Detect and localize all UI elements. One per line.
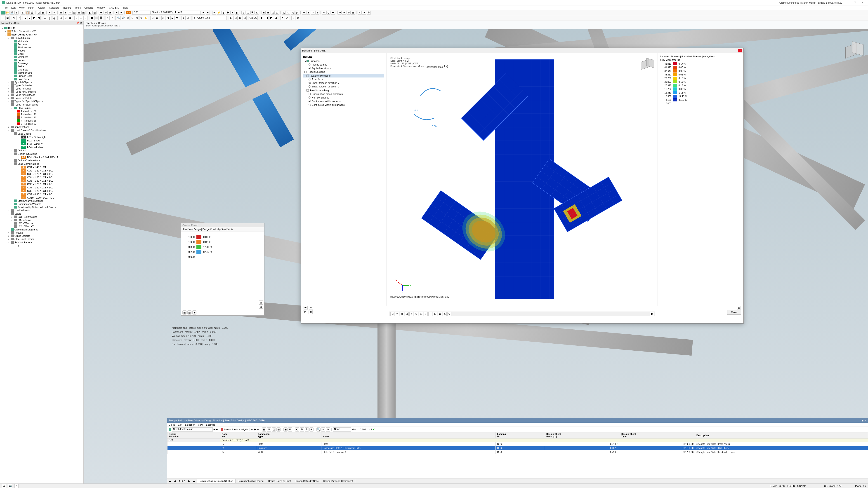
tbh1[interactable]: ⌖ xyxy=(358,11,362,15)
tree-item[interactable]: ›LC3 - Wind -Y xyxy=(1,222,83,225)
tn5[interactable]: ⌫ xyxy=(249,16,253,20)
tn11[interactable]: ✖ xyxy=(280,16,284,20)
tb9[interactable]: ⊕ xyxy=(99,11,103,15)
tree-item[interactable]: WLC4 - Wind +Y xyxy=(1,145,83,149)
opt-fastener[interactable]: Fastener Members xyxy=(310,74,331,77)
minimize-button[interactable]: ─ xyxy=(844,1,851,5)
redo-button[interactable]: ↷ xyxy=(52,11,56,15)
tree-item[interactable]: Materials xyxy=(1,39,83,43)
opt-const[interactable]: Constant on mesh elements xyxy=(312,93,343,95)
tbb1[interactable]: ⟐ xyxy=(241,11,246,15)
dv13[interactable]: ⚙ xyxy=(447,312,452,316)
print-button[interactable]: 🖶 xyxy=(30,11,34,15)
tba6[interactable]: ◐ xyxy=(235,11,239,15)
lp-nav-play[interactable]: ▶ xyxy=(254,428,256,431)
tl13[interactable]: ⊟ xyxy=(63,16,67,20)
menu-window[interactable]: Window xyxy=(95,6,107,9)
dv7[interactable]: ◈ xyxy=(419,312,423,316)
menu-tools[interactable]: Tools xyxy=(73,6,83,9)
tree-item[interactable]: 5CO10 - 0.90 * LC1 + L... xyxy=(1,196,83,199)
opt-contws[interactable]: Continuous within surfaces xyxy=(312,100,341,103)
tl19[interactable]: ⬜ xyxy=(94,16,98,20)
tree-item[interactable]: Surface Sets xyxy=(1,74,83,77)
tree-item[interactable]: 5CO9 - 0.90 * LC1 + LC... xyxy=(1,193,83,196)
tb-nav-next[interactable]: ▶ xyxy=(206,11,210,15)
tree-item[interactable]: 2CO2 - 1.20 * LC1 + LC... xyxy=(1,169,83,172)
tree-item[interactable]: Member Sets xyxy=(1,71,83,74)
dv12[interactable]: 🖶 xyxy=(442,312,447,316)
lp-nav-first2[interactable]: ⏮ xyxy=(167,480,173,483)
tree-item[interactable]: Relationship Between Load Cases xyxy=(1,205,83,209)
dialog-3d-view[interactable]: Steel Joint Design Steel Joint No. 2 Nod… xyxy=(387,53,657,306)
tb5[interactable]: ▤ xyxy=(77,11,81,15)
tree-item[interactable]: Nodes xyxy=(1,49,83,52)
ds-select[interactable]: DS1 xyxy=(132,11,151,15)
tl14[interactable]: ⊠ xyxy=(68,16,72,20)
tbf3[interactable]: ◆ xyxy=(331,11,335,15)
menu-assign[interactable]: Assign xyxy=(36,6,47,9)
tn1[interactable]: ⊞ xyxy=(229,16,233,20)
tb6[interactable]: ▦ xyxy=(81,11,86,15)
tb7[interactable]: ◧ xyxy=(88,11,92,15)
save-button[interactable]: 💾 xyxy=(10,11,14,15)
menu-cad-bim[interactable]: CAD-BIM xyxy=(107,6,121,9)
tbc2[interactable]: ⊟ xyxy=(266,11,270,15)
dv1[interactable]: ⊟ xyxy=(391,312,395,316)
lp-menu-settings[interactable]: Settings xyxy=(206,423,215,426)
sb1[interactable]: ⊞ xyxy=(2,484,6,488)
opt-sheary[interactable]: Shear force in direction y xyxy=(312,82,339,84)
paste-button[interactable]: 📋 xyxy=(26,11,30,15)
cp-tab2[interactable]: ◫ xyxy=(187,311,191,315)
fea-cube[interactable] xyxy=(640,57,653,71)
tree-item[interactable]: ⌄Steel Joints xyxy=(1,106,83,109)
cp-tab1[interactable]: ▦ xyxy=(182,311,186,315)
opt-noncont[interactable]: Non-continuous xyxy=(312,96,329,99)
tree-item[interactable]: ›LC4 - Wind +Y xyxy=(1,225,83,228)
tn14[interactable]: ⚙ xyxy=(296,16,300,20)
tree-item[interactable]: 3 - Nodes : 30 xyxy=(1,116,83,119)
dv14[interactable]: ◐ xyxy=(650,312,654,316)
tree-item[interactable]: ⌄RFEM xyxy=(1,26,83,30)
tm3[interactable]: ⊕ xyxy=(126,16,130,20)
tbf1[interactable]: ◈ xyxy=(322,11,326,15)
lpb1[interactable]: ▦ xyxy=(262,427,266,431)
tbb2[interactable]: ⟑ xyxy=(246,11,250,15)
cp-btn1[interactable]: ⊞ xyxy=(259,300,263,304)
open-button[interactable]: 📂 xyxy=(5,11,9,15)
undo-button[interactable]: ↶ xyxy=(48,11,52,15)
tree-item[interactable]: ›Types for Nodes xyxy=(1,84,83,87)
tbd2[interactable]: ▽ xyxy=(286,11,290,15)
lp-menu-go-to[interactable]: Go To xyxy=(168,423,175,426)
dv8[interactable]: ↕ xyxy=(424,312,428,316)
lpb6[interactable]: ⊟ xyxy=(288,427,292,431)
table-header[interactable]: DesignSituation xyxy=(167,432,220,438)
tn7[interactable]: ◧ xyxy=(260,16,264,20)
tm2[interactable]: 🔎 xyxy=(121,16,125,20)
dv9[interactable]: ↔ xyxy=(428,312,432,316)
tba5[interactable]: ● xyxy=(230,11,235,15)
lp-prev[interactable]: ◀ xyxy=(213,428,215,431)
tm6[interactable]: ⟳ xyxy=(139,16,143,20)
lp-max-icon[interactable]: ⊞ ✕ xyxy=(862,419,866,422)
tbb4[interactable]: ⊡ xyxy=(255,11,259,15)
osnap-toggle[interactable]: OSNAP xyxy=(797,485,806,487)
tl8[interactable]: ◥ xyxy=(37,16,41,20)
tbg3[interactable]: ⊚ xyxy=(346,11,350,15)
tbc3[interactable]: ⬚ xyxy=(271,11,275,15)
tl10[interactable]: ║ xyxy=(48,16,52,20)
table-row[interactable]: 27WeldPlate Cut 2 | Soudure 1CO60.799 ✓S… xyxy=(167,450,868,454)
tree-item[interactable]: Line Sets xyxy=(1,68,83,71)
tl20[interactable]: ⬛ xyxy=(99,16,103,20)
tm4[interactable]: ⊖ xyxy=(130,16,134,20)
sb2[interactable]: 📷 xyxy=(8,484,12,488)
tree-item[interactable]: Solids xyxy=(1,65,83,68)
viewport[interactable]: Steel Joint Design Steel Joints | Design… xyxy=(84,21,868,484)
tm14[interactable]: ◈ xyxy=(182,16,186,20)
tbg1[interactable]: ⟲ xyxy=(338,11,342,15)
tree-item[interactable]: 2.3DS1 - Section 2.3 (LRFD), 1... xyxy=(1,156,83,159)
tl4[interactable]: ✂ xyxy=(17,16,21,20)
tm11[interactable]: ◑ xyxy=(166,16,170,20)
section-select[interactable]: Section 2.3 (LRFD), 1. to S... xyxy=(151,11,201,15)
tree-item[interactable]: SLC2 - Snow xyxy=(1,139,83,142)
tm7[interactable]: ✋ xyxy=(144,16,148,20)
